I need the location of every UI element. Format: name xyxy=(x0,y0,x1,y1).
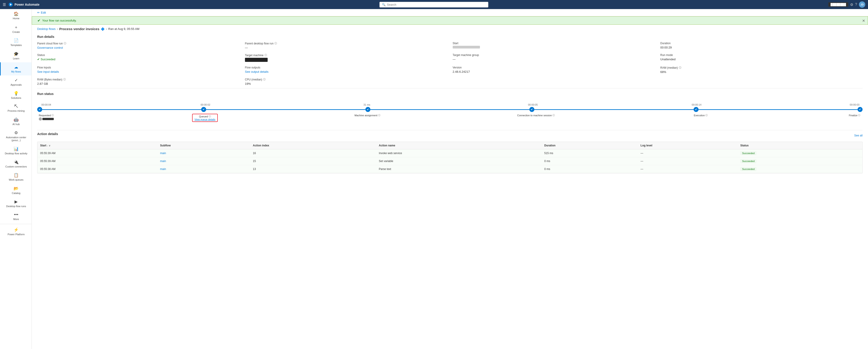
hamburger-icon[interactable]: ☰ xyxy=(3,2,6,7)
success-message: Your flow ran successfully. xyxy=(42,19,77,22)
sidebar-label-work-queues: Work queues xyxy=(9,178,24,181)
avatar[interactable]: JD xyxy=(859,1,865,8)
cpu-cell: CPU (median) ⓘ 19% xyxy=(245,78,447,85)
sidebar-item-solutions[interactable]: 💡 Solutions xyxy=(0,89,32,102)
sidebar-label-solutions: Solutions xyxy=(11,97,21,100)
sidebar-item-catalog[interactable]: 📂 Catalog xyxy=(0,184,32,197)
col-start: Start ↓ ∨ xyxy=(37,142,157,149)
sidebar-item-work-queues[interactable]: 📋 Work queues xyxy=(0,170,32,183)
sidebar-item-learn[interactable]: 🎓 Learn xyxy=(0,49,32,62)
sidebar-item-ai-hub[interactable]: 🤖 AI hub xyxy=(0,115,32,128)
edit-icon: ✏ xyxy=(37,11,40,14)
stage-time-requested: 00:00:04 xyxy=(41,103,51,106)
connection-info-icon[interactable]: ⓘ xyxy=(553,114,555,117)
ram-median-info-icon[interactable]: ⓘ xyxy=(679,66,681,69)
requested-name-blacked xyxy=(42,118,54,120)
sidebar-item-custom-connectors[interactable]: 🔌 Custom connectors xyxy=(0,157,32,170)
target-machine-info-icon[interactable]: ⓘ xyxy=(265,54,267,57)
see-all-link[interactable]: See all xyxy=(854,134,863,137)
avatar-small xyxy=(39,117,42,120)
queued-info-icon[interactable]: ⓘ xyxy=(209,115,211,118)
action-details-header: Action details See all xyxy=(37,130,863,139)
parent-cloud-info-icon[interactable]: ⓘ xyxy=(64,42,66,45)
settings-icon[interactable]: ⚙ xyxy=(850,2,853,7)
sidebar-label-desktop-flow-activity: Desktop flow activity xyxy=(5,152,27,155)
dot-requested: ✔ xyxy=(37,107,42,112)
execution-info-icon[interactable]: ⓘ xyxy=(705,114,708,117)
target-machine-group-label: Target machine group xyxy=(453,54,655,57)
run-status-timeline: 00:00:04 00:00:02 31 ms 00:00:05 xyxy=(37,99,863,127)
col-action-name: Action name xyxy=(376,142,541,149)
requested-info-icon[interactable]: ⓘ xyxy=(52,114,54,117)
row0-start: 05:55:39 AM xyxy=(37,149,157,157)
edit-button[interactable]: ✏ Edit xyxy=(37,11,46,14)
search-box[interactable]: 🔍 xyxy=(379,2,488,7)
search-input[interactable] xyxy=(387,3,486,6)
row2-log-level: — xyxy=(638,165,738,173)
automation-center-icon: ⚙ xyxy=(14,130,18,135)
help-icon[interactable]: ? xyxy=(855,2,857,7)
breadcrumb-desktop-flows-link[interactable]: Desktop flows xyxy=(37,27,56,31)
process-mining-icon: ⛏ xyxy=(14,104,18,109)
sidebar-item-desktop-flow-runs[interactable]: ▶ Desktop flow runs xyxy=(0,197,32,210)
sidebar-item-create[interactable]: ＋ Create xyxy=(0,22,32,36)
sidebar-item-approvals[interactable]: ✓ Approvals xyxy=(0,75,32,89)
duration-value: 00:00:29 xyxy=(660,46,863,49)
sidebar-label-more: More xyxy=(13,218,19,221)
start-sort-icon[interactable]: ↓ ∨ xyxy=(47,144,50,147)
label-connection: Connection to machine session ⓘ xyxy=(517,114,555,117)
start-cell: Start xyxy=(453,42,655,49)
sidebar-item-automation-center[interactable]: ⚙ Automation center (previ...) xyxy=(0,128,32,144)
sidebar-label-templates: Templates xyxy=(10,44,22,47)
ram-bytes-info-icon[interactable]: ⓘ xyxy=(63,78,66,81)
row2-duration: 0 ms xyxy=(541,165,638,173)
parent-desktop-info-icon[interactable]: ⓘ xyxy=(274,42,277,45)
sidebar-item-power-platform[interactable]: ⚡ Power Platform xyxy=(0,225,32,238)
brand-name: Power Automate xyxy=(14,3,39,6)
run-status-title: Run status xyxy=(37,92,863,96)
banner-close-icon[interactable]: ✕ xyxy=(862,19,865,23)
sidebar-label-ai-hub: AI hub xyxy=(12,123,20,126)
desktop-flow-runs-icon: ▶ xyxy=(14,199,18,204)
dot-connection: ✔ xyxy=(529,107,534,112)
cpu-info-icon[interactable]: ⓘ xyxy=(263,78,266,81)
breadcrumb-flow-icon: 🔷 xyxy=(101,27,104,31)
run-details-grid: Parent cloud flow run ⓘ Governance contr… xyxy=(37,42,863,85)
sidebar-item-desktop-flow-activity[interactable]: 📊 Desktop flow activity xyxy=(0,144,32,157)
sidebar-item-templates[interactable]: 📄 Templates xyxy=(0,36,32,49)
duration-cell: Duration 00:00:29 xyxy=(660,42,863,49)
sidebar-item-process-mining[interactable]: ⛏ Process mining xyxy=(0,102,32,115)
machine-assignment-info-icon[interactable]: ⓘ xyxy=(378,114,380,117)
row0-action-name: Invoke web service xyxy=(376,149,541,157)
label-finalize: Finalize ⓘ xyxy=(849,114,861,117)
sidebar-label-home: Home xyxy=(13,17,19,20)
governance-control-link[interactable]: Governance control xyxy=(37,46,240,49)
label-execution: Execution ⓘ xyxy=(694,114,708,117)
col-duration: Duration xyxy=(541,142,638,149)
dot-finalize: ✔ xyxy=(858,107,863,112)
see-output-details-link[interactable]: See output details xyxy=(245,70,447,73)
row2-subflow[interactable]: main xyxy=(157,165,250,173)
work-queues-icon: 📋 xyxy=(13,173,19,178)
see-input-details-link[interactable]: See input details xyxy=(37,70,240,73)
row2-status: Succeeded xyxy=(738,165,862,173)
flow-inputs-label: Flow inputs xyxy=(37,66,240,69)
row1-status-badge: Succeeded xyxy=(740,159,756,163)
sidebar-item-home[interactable]: 🏠 Home xyxy=(0,9,32,22)
ram-median-value: 68% xyxy=(660,70,863,74)
row1-subflow[interactable]: main xyxy=(157,157,250,165)
row2-action-index: 13 xyxy=(250,165,376,173)
row0-subflow[interactable]: main xyxy=(157,149,250,157)
parent-desktop-flow-run-cell: Parent desktop flow run ⓘ — xyxy=(245,42,447,49)
sidebar-item-more[interactable]: ••• More xyxy=(0,210,32,223)
topbar-action-button[interactable]: ████████ xyxy=(828,2,848,7)
sidebar-label-process-mining: Process mining xyxy=(7,109,25,112)
view-queue-details-link[interactable]: View queue details xyxy=(194,118,215,121)
version-value: 2.48.6.24217 xyxy=(453,70,655,73)
finalize-info-icon[interactable]: ⓘ xyxy=(858,114,860,117)
target-machine-label: Target machine ⓘ xyxy=(245,54,447,57)
breadcrumb-run-info: Ran at Aug 9, 05:55 AM xyxy=(108,27,139,31)
sidebar-item-my-flows[interactable]: ☁ My flows xyxy=(0,62,32,75)
sidebar-divider xyxy=(0,224,32,224)
line-5 xyxy=(699,109,858,110)
